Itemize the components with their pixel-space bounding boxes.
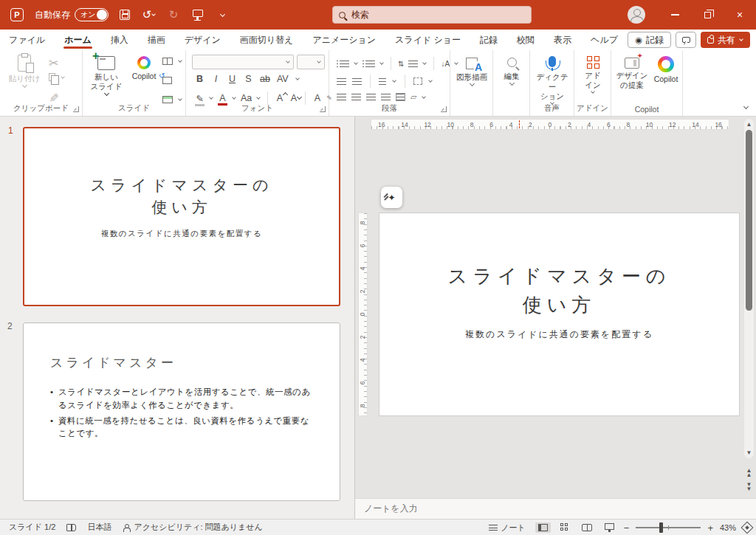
tab-design[interactable]: デザイン: [175, 30, 230, 50]
language-indicator[interactable]: 日本語: [87, 522, 111, 533]
highlight-color-button[interactable]: ✎: [195, 93, 205, 104]
vertical-scrollbar[interactable]: ▲ ▼: [744, 119, 754, 458]
designer-suggestion-button[interactable]: ✦: [381, 187, 402, 208]
tab-review[interactable]: 校閲: [507, 30, 544, 50]
decrease-indent-button[interactable]: [337, 78, 346, 85]
record-button[interactable]: ◉ 記録: [628, 32, 671, 48]
new-slide-button[interactable]: 新しい スライド: [87, 56, 126, 97]
tab-record[interactable]: 記録: [470, 30, 507, 50]
font-name-combobox[interactable]: [192, 55, 294, 69]
spell-check-icon[interactable]: [66, 524, 76, 531]
slide-canvas[interactable]: スライドマスターの 使い方 複数のスライドに共通の要素を配置する: [379, 213, 739, 415]
slide-sorter-view-button[interactable]: [557, 522, 572, 534]
scroll-down-icon[interactable]: ▼: [744, 449, 754, 456]
tab-view[interactable]: 表示: [544, 30, 581, 50]
line-spacing-button[interactable]: [408, 61, 418, 67]
tab-draw[interactable]: 描画: [138, 30, 175, 50]
account-avatar[interactable]: [628, 6, 645, 24]
zoom-slider-thumb[interactable]: [659, 522, 663, 533]
slide-thumbnail-1[interactable]: スライドマスターの 使い方 複数のスライドに共通の要素を配置する: [23, 127, 340, 306]
collapse-ribbon-button[interactable]: [743, 100, 749, 113]
tab-home[interactable]: ホーム: [55, 30, 101, 50]
reset-button[interactable]: [162, 77, 172, 84]
vertical-ruler[interactable]: 864202468: [358, 213, 368, 416]
search-box[interactable]: [332, 6, 532, 24]
notes-pane[interactable]: ノートを入力: [355, 498, 756, 519]
copilot-button[interactable]: Copilot: [127, 56, 161, 81]
increase-indent-button[interactable]: [352, 78, 362, 85]
decrease-font-size-button[interactable]: A: [289, 93, 298, 103]
text-direction-button[interactable]: [413, 77, 422, 85]
text-shadow-button[interactable]: S: [244, 74, 253, 84]
start-slideshow-button[interactable]: [190, 7, 206, 23]
numbering-button[interactable]: [365, 61, 375, 67]
align-right-button[interactable]: [366, 94, 376, 100]
comments-button[interactable]: [676, 32, 696, 48]
restore-button[interactable]: [691, 0, 724, 30]
clear-formatting-button[interactable]: A: [312, 93, 322, 103]
change-case-button[interactable]: Aa: [241, 93, 252, 103]
previous-slide-button[interactable]: ▲▲: [744, 469, 754, 478]
zoom-slider[interactable]: [636, 527, 701, 528]
save-button[interactable]: [117, 7, 133, 23]
cut-button[interactable]: ✂: [49, 56, 58, 70]
smartart-convert-button[interactable]: ▱: [410, 92, 416, 102]
increase-font-size-button[interactable]: A: [275, 93, 284, 103]
columns-button[interactable]: [379, 78, 386, 85]
tab-slideshow[interactable]: スライド ショー: [385, 30, 470, 50]
reading-view-button[interactable]: [579, 522, 595, 533]
copy-button[interactable]: [49, 73, 65, 81]
undo-button[interactable]: ↺: [141, 7, 157, 23]
tab-file[interactable]: ファイル: [0, 30, 55, 50]
section-button[interactable]: [162, 96, 182, 103]
close-button[interactable]: ×: [724, 0, 756, 30]
slide-thumbnail-2[interactable]: スライドマスター スライドマスターとレイアウトを活用することで、統一感のあるスラ…: [23, 322, 340, 501]
italic-button[interactable]: I: [211, 74, 221, 84]
tab-animations[interactable]: アニメーション: [303, 30, 385, 50]
accessibility-checker[interactable]: アクセシビリティ: 問題ありません: [123, 522, 262, 533]
layout-button[interactable]: [162, 58, 182, 65]
redo-button[interactable]: ↻: [165, 7, 182, 23]
justify-button[interactable]: [381, 94, 391, 100]
scrollbar-thumb[interactable]: [746, 130, 752, 311]
next-slide-button[interactable]: ▼▼: [744, 483, 754, 492]
slideshow-view-button[interactable]: [602, 522, 617, 534]
paragraph-dialog-launcher[interactable]: [441, 106, 447, 112]
editing-button[interactable]: 編集: [498, 58, 525, 86]
distribute-button[interactable]: [396, 93, 405, 101]
bullets-button[interactable]: [340, 61, 349, 67]
addins-button[interactable]: アド イン: [580, 56, 606, 94]
fit-slide-to-window-button[interactable]: [741, 522, 754, 534]
horizontal-ruler[interactable]: 1614121086420246810121416: [371, 119, 729, 130]
scroll-up-icon[interactable]: ▲: [744, 121, 754, 128]
font-color-button[interactable]: A: [218, 93, 227, 103]
font-dialog-launcher[interactable]: [320, 106, 326, 112]
underline-button[interactable]: U: [227, 74, 237, 84]
share-button[interactable]: 共有: [701, 32, 750, 48]
notes-toggle-button[interactable]: ノート: [486, 521, 529, 535]
tab-help[interactable]: ヘルプ: [581, 30, 628, 50]
slide-title[interactable]: スライドマスターの 使い方: [379, 262, 739, 320]
drawing-button[interactable]: 図形描画: [456, 58, 488, 87]
minimize-button[interactable]: [659, 0, 691, 30]
clipboard-dialog-launcher[interactable]: [73, 106, 79, 112]
character-spacing-button[interactable]: AV: [277, 74, 289, 84]
slide-subtitle[interactable]: 複数のスライドに共通の要素を配置する: [379, 328, 739, 341]
font-size-combobox[interactable]: [297, 55, 325, 69]
bold-button[interactable]: B: [195, 74, 205, 84]
align-left-button[interactable]: [337, 94, 346, 100]
normal-view-button[interactable]: [535, 522, 551, 533]
designer-button[interactable]: デザイン の提案: [614, 58, 650, 90]
dictation-button[interactable]: ディクテー ション: [534, 56, 571, 106]
align-center-button[interactable]: [351, 94, 361, 100]
zoom-out-button[interactable]: −: [624, 522, 630, 534]
customize-quick-access-button[interactable]: [214, 7, 230, 23]
copilot-pane-button[interactable]: Copilot: [650, 56, 682, 84]
paste-button[interactable]: 貼り付け: [6, 55, 43, 89]
strikethrough-button[interactable]: ab: [260, 74, 270, 84]
zoom-level[interactable]: 43%: [720, 523, 736, 532]
zoom-in-button[interactable]: +: [707, 522, 713, 534]
search-input[interactable]: [351, 10, 499, 20]
tab-transitions[interactable]: 画面切り替え: [230, 30, 303, 50]
autosave-toggle[interactable]: オン: [75, 8, 109, 21]
